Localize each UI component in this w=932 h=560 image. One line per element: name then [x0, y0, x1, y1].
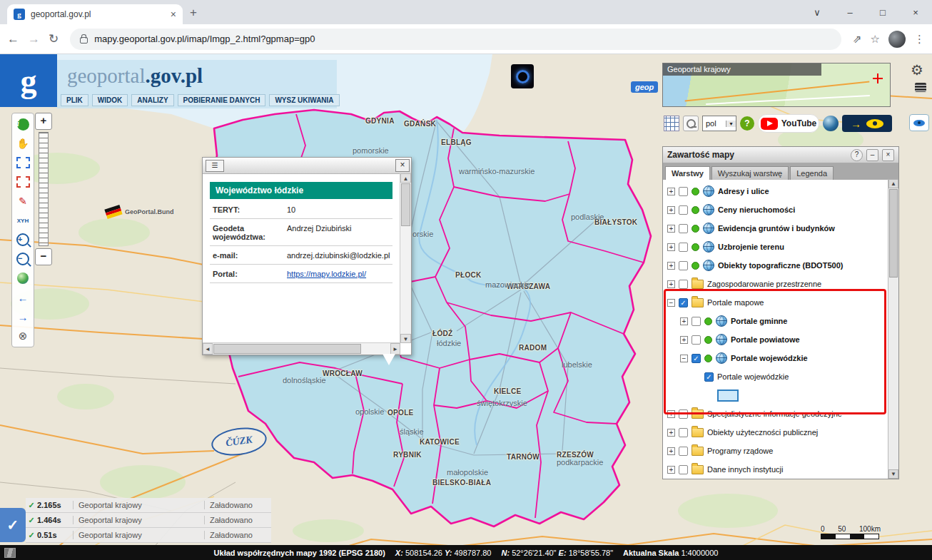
scroll-down-icon[interactable]: ▼ — [400, 334, 411, 343]
popup-vertical-scrollbar[interactable]: ▲ ▼ — [400, 173, 411, 343]
scroll-thumb[interactable] — [213, 344, 361, 354]
checkbox-unchecked[interactable] — [679, 280, 688, 289]
scroll-down-icon[interactable]: ▼ — [888, 469, 898, 479]
layer-row[interactable]: +Obiekty topograficzne (BDOT500) — [663, 256, 888, 275]
checkbox-unchecked[interactable] — [679, 205, 688, 215]
tool-select-rect-blue-icon[interactable] — [15, 156, 31, 170]
zoom-out-button[interactable]: − — [35, 248, 52, 265]
collapse-minus-icon[interactable]: − — [667, 299, 675, 307]
expand-plus-icon[interactable]: + — [667, 243, 675, 251]
checkbox-unchecked[interactable] — [692, 335, 701, 345]
scroll-left-icon[interactable]: ◄ — [203, 343, 213, 355]
tab-close-icon[interactable]: × — [171, 9, 176, 19]
window-close-button[interactable]: × — [899, 0, 932, 24]
tool-full-extent-icon[interactable] — [15, 271, 31, 285]
portal-link[interactable]: https://mapy.lodzkie.pl/ — [287, 270, 390, 278]
expand-plus-icon[interactable]: + — [680, 336, 688, 344]
loading-check-icon[interactable]: ✓ — [0, 508, 26, 542]
tab-warstwy[interactable]: Warstwy — [665, 166, 710, 180]
tab-search-chevron-icon[interactable]: ∨ — [801, 0, 834, 24]
layer-row[interactable]: +Specjalistyczne informacje geodezyjne — [663, 404, 888, 423]
dark-map-marker-icon[interactable] — [511, 64, 534, 88]
tool-zoom-out-icon[interactable]: − — [15, 252, 31, 266]
checkbox-checked[interactable] — [692, 354, 701, 363]
tool-pan-tool-icon[interactable]: ✋ — [15, 136, 31, 151]
scroll-thumb[interactable] — [401, 183, 410, 226]
checkbox-unchecked[interactable] — [679, 409, 688, 419]
checkbox-unchecked[interactable] — [679, 428, 688, 437]
expand-plus-icon[interactable]: + — [667, 188, 675, 195]
scroll-right-icon[interactable]: ► — [390, 343, 400, 355]
overview-map[interactable]: Geoportal krajowy — [662, 63, 891, 107]
tab-wyszukaj-warstwe[interactable]: Wyszukaj warstwę — [711, 166, 789, 180]
menu-item-pobieranie-danych[interactable]: POBIERANIE DANYCH — [178, 94, 266, 106]
globe-icon[interactable] — [823, 116, 839, 131]
map-sheet-icon[interactable] — [4, 548, 16, 558]
checkbox-unchecked[interactable] — [679, 261, 688, 270]
scroll-up-icon[interactable]: ▲ — [888, 179, 898, 188]
menu-item-widok[interactable]: WIDOK — [92, 94, 128, 106]
profile-avatar[interactable] — [888, 31, 906, 48]
panel-minimize-button[interactable]: – — [866, 149, 878, 161]
checkbox-unchecked[interactable] — [679, 447, 688, 456]
popup-close-button[interactable]: × — [395, 159, 410, 172]
checkbox-unchecked[interactable] — [679, 465, 688, 474]
layer-row[interactable]: +Adresy i ulice — [663, 182, 888, 200]
panel-scrollbar[interactable]: ▲ ▼ — [888, 179, 898, 479]
expand-plus-icon[interactable]: + — [667, 225, 675, 233]
tool-zoom-in-icon[interactable]: + — [15, 233, 31, 247]
geoportal-logo[interactable]: g — [0, 54, 57, 107]
panel-help-button[interactable]: ? — [851, 149, 863, 161]
forward-button[interactable]: → — [28, 32, 40, 46]
expand-plus-icon[interactable]: + — [680, 317, 688, 325]
attribute-table-icon[interactable] — [664, 116, 679, 131]
language-select[interactable]: pol ▾ — [702, 116, 736, 131]
tool-next-view-icon[interactable]: → — [15, 310, 31, 324]
layer-row[interactable]: +Ewidencja gruntów i budynków — [663, 219, 888, 238]
layer-row[interactable]: +Portale powiatowe — [663, 330, 888, 349]
show-panel-eye-button[interactable] — [909, 114, 929, 131]
popup-horizontal-scrollbar[interactable]: ◄ ► — [203, 342, 400, 355]
layer-row[interactable]: −Portale mapowe — [663, 293, 888, 312]
panels-toggle-button[interactable]: → — [842, 115, 892, 132]
checkbox-unchecked[interactable] — [679, 243, 688, 252]
back-button[interactable]: ← — [7, 32, 19, 46]
layer-row[interactable]: +Uzbrojenie terenu — [663, 238, 888, 256]
url-bar[interactable]: mapy.geoportal.gov.pl/imap/Imgp_2.html?g… — [70, 29, 841, 50]
tool-previous-view-icon[interactable]: ← — [15, 290, 31, 305]
checkbox-unchecked[interactable] — [679, 187, 688, 196]
help-button[interactable]: ? — [740, 116, 754, 131]
window-minimize-button[interactable]: – — [834, 0, 866, 24]
layer-row[interactable]: +Ceny nieruchomości — [663, 200, 888, 219]
url-text[interactable]: mapy.geoportal.gov.pl/imap/Imgp_2.html?g… — [94, 34, 315, 44]
expand-plus-icon[interactable]: + — [667, 280, 675, 288]
checkbox-checked[interactable] — [679, 298, 688, 307]
browser-tab[interactable]: g geoportal.gov.pl × — [7, 4, 183, 24]
mini-toolbar-icon[interactable] — [915, 83, 926, 92]
tab-legenda[interactable]: Legenda — [790, 166, 834, 180]
layer-row[interactable]: +Portale gminne — [663, 312, 888, 330]
expand-plus-icon[interactable]: + — [667, 262, 675, 270]
tool-select-rect-red-icon[interactable] — [15, 175, 31, 189]
checkbox-unchecked[interactable] — [692, 317, 701, 326]
tool-clear-selection-icon[interactable]: ⊗ — [15, 329, 31, 343]
expand-plus-icon[interactable]: + — [667, 466, 675, 474]
scroll-up-icon[interactable]: ▲ — [400, 173, 411, 183]
youtube-button[interactable]: YouTube — [758, 114, 819, 133]
popup-list-icon[interactable]: ☰ — [206, 160, 224, 172]
zoom-in-button[interactable]: + — [35, 113, 52, 130]
new-tab-button[interactable]: + — [190, 6, 197, 20]
settings-gear-icon[interactable]: ⚙ — [911, 61, 923, 78]
tool-draw-measure-icon[interactable]: ✎ — [15, 194, 31, 208]
refresh-button[interactable]: ↻ — [49, 31, 59, 46]
share-icon[interactable]: ⇗ — [853, 33, 862, 46]
expand-plus-icon[interactable]: + — [667, 429, 675, 437]
layer-row[interactable]: +Dane innych instytucji — [663, 460, 888, 479]
browser-menu-icon[interactable]: ⋮ — [914, 33, 925, 46]
bookmark-star-icon[interactable]: ☆ — [871, 33, 880, 46]
expand-plus-icon[interactable]: + — [667, 410, 675, 418]
checkbox-checked[interactable] — [704, 372, 714, 382]
tool-identify-tool-icon[interactable]: i — [15, 117, 31, 131]
panel-close-button[interactable]: × — [882, 149, 894, 161]
zoom-slider[interactable] — [39, 132, 49, 246]
